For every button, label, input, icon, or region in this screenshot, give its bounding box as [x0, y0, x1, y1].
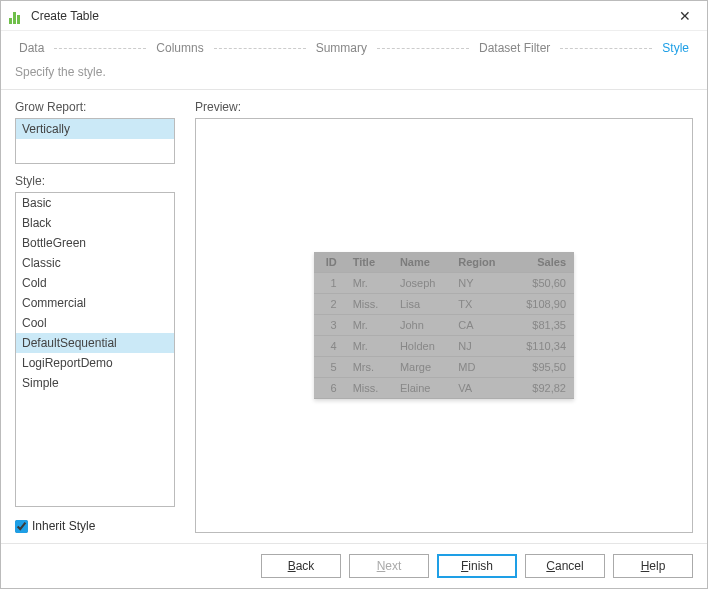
- inherit-style-label: Inherit Style: [32, 519, 95, 533]
- hint-text: Specify the style.: [1, 61, 707, 89]
- preview-cell: Holden: [392, 336, 450, 357]
- window-title: Create Table: [31, 9, 99, 23]
- preview-label: Preview:: [195, 100, 693, 114]
- preview-row: 3Mr.JohnCA$81,35: [314, 315, 574, 336]
- finish-button[interactable]: Finish: [437, 554, 517, 578]
- inherit-style-checkbox[interactable]: Inherit Style: [15, 519, 175, 533]
- preview-cell: NJ: [450, 336, 510, 357]
- preview-row: 1Mr.JosephNY$50,60: [314, 273, 574, 294]
- preview-cell: $108,90: [511, 294, 574, 315]
- preview-cell: Marge: [392, 357, 450, 378]
- style-option[interactable]: Basic: [16, 193, 174, 213]
- preview-cell: 2: [314, 294, 345, 315]
- next-button: Next: [349, 554, 429, 578]
- preview-cell: Mr.: [345, 315, 392, 336]
- preview-cell: CA: [450, 315, 510, 336]
- preview-cell: $110,34: [511, 336, 574, 357]
- preview-cell: MD: [450, 357, 510, 378]
- style-option[interactable]: DefaultSequential: [16, 333, 174, 353]
- step-style[interactable]: Style: [658, 41, 693, 55]
- inherit-style-input[interactable]: [15, 520, 28, 533]
- step-filter[interactable]: Dataset Filter: [475, 41, 554, 55]
- preview-col-header: Region: [450, 252, 510, 273]
- preview-cell: Joseph: [392, 273, 450, 294]
- preview-cell: 4: [314, 336, 345, 357]
- titlebar: Create Table ✕: [1, 1, 707, 31]
- step-columns[interactable]: Columns: [152, 41, 207, 55]
- style-option[interactable]: Commercial: [16, 293, 174, 313]
- left-column: Grow Report: Vertically Style: BasicBlac…: [15, 100, 175, 533]
- style-listbox[interactable]: BasicBlackBottleGreenClassicColdCommerci…: [15, 192, 175, 507]
- preview-cell: Mr.: [345, 273, 392, 294]
- preview-row: 4Mr.HoldenNJ$110,34: [314, 336, 574, 357]
- preview-cell: Mrs.: [345, 357, 392, 378]
- style-label: Style:: [15, 174, 175, 188]
- back-button[interactable]: Back: [261, 554, 341, 578]
- preview-box: IDTitleNameRegionSales 1Mr.JosephNY$50,6…: [195, 118, 693, 533]
- preview-cell: 1: [314, 273, 345, 294]
- cancel-button[interactable]: Cancel: [525, 554, 605, 578]
- preview-header-row: IDTitleNameRegionSales: [314, 252, 574, 273]
- preview-cell: Miss.: [345, 294, 392, 315]
- style-option[interactable]: Black: [16, 213, 174, 233]
- preview-col-header: Sales: [511, 252, 574, 273]
- preview-cell: VA: [450, 378, 510, 399]
- wizard-steps: Data Columns Summary Dataset Filter Styl…: [1, 31, 707, 61]
- preview-row: 2Miss.LisaTX$108,90: [314, 294, 574, 315]
- content-area: Grow Report: Vertically Style: BasicBlac…: [1, 89, 707, 543]
- preview-cell: 3: [314, 315, 345, 336]
- style-option[interactable]: BottleGreen: [16, 233, 174, 253]
- style-option[interactable]: Simple: [16, 373, 174, 393]
- grow-option[interactable]: Vertically: [16, 119, 174, 139]
- step-summary[interactable]: Summary: [312, 41, 371, 55]
- style-option[interactable]: Cold: [16, 273, 174, 293]
- preview-cell: $95,50: [511, 357, 574, 378]
- preview-cell: Miss.: [345, 378, 392, 399]
- style-option[interactable]: Cool: [16, 313, 174, 333]
- preview-col-header: ID: [314, 252, 345, 273]
- preview-cell: NY: [450, 273, 510, 294]
- preview-cell: 6: [314, 378, 345, 399]
- preview-cell: $81,35: [511, 315, 574, 336]
- preview-col-header: Title: [345, 252, 392, 273]
- preview-cell: Lisa: [392, 294, 450, 315]
- close-icon[interactable]: ✕: [671, 2, 699, 30]
- app-icon: [9, 8, 25, 24]
- preview-col-header: Name: [392, 252, 450, 273]
- preview-table: IDTitleNameRegionSales 1Mr.JosephNY$50,6…: [314, 252, 574, 399]
- preview-cell: TX: [450, 294, 510, 315]
- style-option[interactable]: Classic: [16, 253, 174, 273]
- style-option[interactable]: LogiReportDemo: [16, 353, 174, 373]
- right-column: Preview: IDTitleNameRegionSales 1Mr.Jose…: [195, 100, 693, 533]
- preview-cell: Elaine: [392, 378, 450, 399]
- step-data[interactable]: Data: [15, 41, 48, 55]
- grow-listbox[interactable]: Vertically: [15, 118, 175, 164]
- preview-cell: 5: [314, 357, 345, 378]
- help-button[interactable]: Help: [613, 554, 693, 578]
- preview-row: 5Mrs.MargeMD$95,50: [314, 357, 574, 378]
- preview-cell: $50,60: [511, 273, 574, 294]
- button-bar: Back Next Finish Cancel Help: [1, 543, 707, 588]
- preview-cell: John: [392, 315, 450, 336]
- preview-row: 6Miss.ElaineVA$92,82: [314, 378, 574, 399]
- preview-cell: $92,82: [511, 378, 574, 399]
- preview-cell: Mr.: [345, 336, 392, 357]
- create-table-dialog: Create Table ✕ Data Columns Summary Data…: [0, 0, 708, 589]
- grow-label: Grow Report:: [15, 100, 175, 114]
